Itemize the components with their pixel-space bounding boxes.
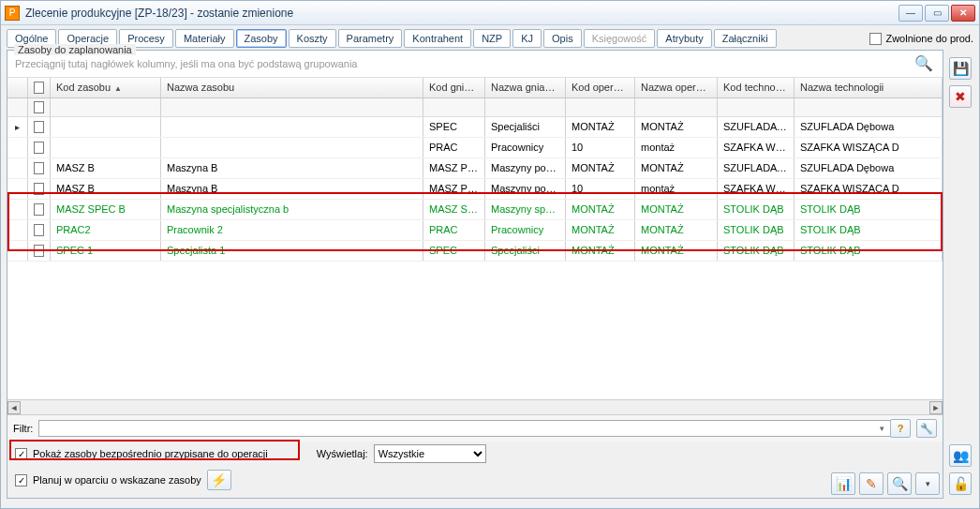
scroll-left-arrow[interactable]: ◄ [7,401,21,414]
people-button[interactable]: 👥 [949,444,972,467]
table-row[interactable]: MASZ BMaszyna BMASZ PODMaszyny pod...10m… [7,179,943,200]
row-indicator [7,138,28,157]
grid-body: ▸SPECSpecjaliściMONTAŻMONTAŻSZUFLADA D..… [7,117,943,323]
table-row[interactable]: MASZ BMaszyna BMASZ PODMaszyny pod...MON… [7,158,943,179]
filter-input[interactable] [38,420,895,437]
table-row[interactable]: PRAC2Pracownik 2PRACPracownicyMONTAŻMONT… [7,220,943,241]
filter-kodop[interactable] [566,98,635,116]
table-row[interactable]: SPEC 1Specjalista 1SPECSpecjaliściMONTAŻ… [7,241,943,262]
table-row[interactable]: ▸SPECSpecjaliściMONTAŻMONTAŻSZUFLADA D..… [7,117,943,138]
cell-nazwa: Maszyna B [161,179,423,199]
cell-nazwa [161,138,423,157]
tab-atrybuty[interactable]: Atrybuty [657,29,711,48]
scroll-right-arrow[interactable]: ► [929,401,943,414]
row-check[interactable] [28,241,51,261]
col-nazop-header[interactable]: Nazwa operacji [635,78,718,97]
cell-naztech: SZUFLADA Dębowa [794,158,943,178]
display-select[interactable]: Wszystkie [374,444,486,463]
col-check-header[interactable] [28,78,51,97]
row-check[interactable] [28,117,51,137]
tabs-row: OgólneOperacjeProcesyMateriałyZasobyKosz… [1,25,979,52]
horizontal-scrollbar[interactable]: ◄ ► [7,399,943,414]
filter-help-button[interactable]: ? [890,419,911,438]
col-selector [7,78,28,97]
col-nazgn-header[interactable]: Nazwa gniazda [485,78,566,97]
tab-parametry[interactable]: Parametry [338,29,403,48]
col-kod-header[interactable]: Kod zasobu▲ [51,78,161,97]
cell-kodgn: MASZ SPEC [423,200,485,219]
plan-execute-button[interactable]: ⚡ [207,470,231,490]
filter-kod[interactable] [51,98,161,116]
col-kodgn-header[interactable]: Kod gniazda [423,78,485,97]
cell-naztech: STOLIK DĄB [794,200,943,219]
tab-koszty[interactable]: Koszty [289,29,336,48]
main-panel: Przeciągnij tutaj nagłówek kolumny, jeśl… [7,50,943,499]
cell-nazwa: Pracownik 2 [161,220,423,240]
col-kodtech-header[interactable]: Kod technologii [718,78,794,97]
cell-kodop: MONTAŻ [566,241,635,261]
cell-nazwa: Specjalista 1 [161,241,423,261]
chart-button[interactable]: 📊 [831,472,855,495]
filter-nazop[interactable] [635,98,718,116]
col-kodop-header[interactable]: Kod operacji [566,78,635,97]
filter-check[interactable] [34,101,44,113]
dropdown-button[interactable]: ▾ [915,472,940,495]
cell-kodop: 10 [566,179,635,199]
row-check[interactable] [28,158,51,178]
row-check[interactable] [28,179,51,199]
col-nazwa-header[interactable]: Nazwa zasobu [161,78,423,97]
col-naztech-header[interactable]: Nazwa technologii [794,78,943,97]
app-window: P Zlecenie produkcyjne [ZP-18/23] - zost… [0,0,980,509]
row-check[interactable] [28,200,51,219]
cell-nazop: MONTAŻ [635,117,718,137]
filter-settings-button[interactable]: 🔧 [916,419,937,438]
cell-nazwa [161,117,423,137]
cell-kodop: MONTAŻ [566,158,635,178]
close-button[interactable]: ✕ [951,5,975,22]
bottom-toolbar: 📊 ✎ 🔍 ▾ [831,472,940,495]
table-row[interactable]: PRACPracownicy10montażSZAFKA WIS...SZAFK… [7,138,943,158]
tab-materiały[interactable]: Materiały [175,29,234,48]
tab-załączniki[interactable]: Załączniki [714,29,777,48]
minimize-button[interactable]: — [898,5,923,22]
cell-kodgn: MASZ POD [423,158,485,178]
group-hint-bar[interactable]: Przeciągnij tutaj nagłówek kolumny, jeśl… [7,51,943,78]
tab-kontrahent[interactable]: Kontrahent [404,29,471,48]
cell-nazwa: Maszyna B [161,158,423,178]
cell-nazop: MONTAŻ [635,241,718,261]
tab-zasoby[interactable]: Zasoby [236,29,287,48]
filter-nazgn[interactable] [485,98,566,116]
cell-nazgn: Maszyny spe... [485,200,566,219]
edit-button[interactable]: ✎ [859,472,883,495]
cell-kod: MASZ SPEC B [51,200,161,219]
cell-kod: SPEC 1 [51,241,161,261]
cell-kodtech: SZAFKA WIS... [718,138,794,157]
filter-bar: Filtr: ▾ ? 🔧 [7,414,943,442]
row-check[interactable] [28,220,51,240]
search-icon[interactable]: 🔍 [914,54,933,72]
cell-nazgn: Specjaliści [485,117,566,137]
filter-kodtech[interactable] [718,98,794,116]
filter-naztech[interactable] [794,98,943,116]
window-controls: — ▭ ✕ [898,5,975,22]
app-icon: P [5,6,20,21]
tab-opis[interactable]: Opis [543,29,582,48]
released-checkbox[interactable] [869,33,882,45]
cell-nazop: MONTAŻ [635,220,718,240]
plan-checkbox[interactable] [15,474,27,487]
save-button[interactable]: 💾 [949,57,972,80]
lock-button[interactable]: 🔓 [949,472,972,495]
grid-filter-row [7,98,943,117]
tab-kj[interactable]: KJ [512,29,542,48]
show-resources-checkbox[interactable] [15,448,27,460]
find-button[interactable]: 🔍 [887,472,912,495]
filter-nazwa[interactable] [161,98,423,116]
filter-kodgn[interactable] [423,98,485,116]
row-check[interactable] [28,138,51,157]
table-row[interactable]: MASZ SPEC BMaszyna specjalistyczna bMASZ… [7,200,943,220]
tab-nzp[interactable]: NZP [473,29,511,48]
maximize-button[interactable]: ▭ [925,5,949,22]
cancel-button[interactable]: ✖ [949,85,972,108]
cell-kodtech: SZUFLADA D... [718,158,794,178]
grid-header: Kod zasobu▲ Nazwa zasobu Kod gniazda Naz… [7,78,943,98]
